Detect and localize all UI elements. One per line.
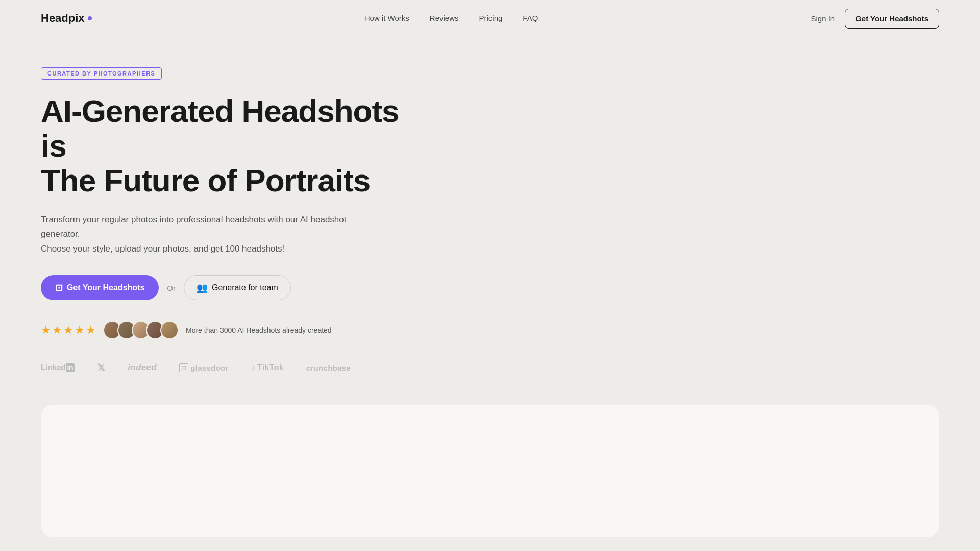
nav-how-it-works[interactable]: How it Works xyxy=(364,14,409,22)
nav-pricing[interactable]: Pricing xyxy=(479,14,502,22)
hero-title: AI-Generated Headshots is The Future of … xyxy=(41,94,419,198)
avatar-5 xyxy=(160,321,179,339)
star-2: ★ xyxy=(52,323,62,337)
logo[interactable]: Headpix xyxy=(41,12,92,25)
get-headshots-button[interactable]: ⊡ Get Your Headshots xyxy=(41,275,159,300)
proof-text: More than 3000 AI Headshots already crea… xyxy=(186,326,332,334)
navbar: Headpix How it Works Reviews Pricing FAQ… xyxy=(0,0,980,37)
hero-subtitle: Transform your regular photos into profe… xyxy=(41,213,357,257)
hero-section: CURATED BY PHOTOGRAPHERS AI-Generated He… xyxy=(0,37,459,394)
social-proof: ★ ★ ★ ★ ★ More than 3000 AI Headshots al… xyxy=(41,321,419,339)
cta-or-label: Or xyxy=(167,284,176,292)
nav-right: Sign In Get Your Headshots xyxy=(811,9,939,29)
avatar-group xyxy=(103,321,179,339)
hero-badge: CURATED BY PHOTOGRAPHERS xyxy=(41,67,162,80)
signin-button[interactable]: Sign In xyxy=(811,14,835,23)
generate-for-team-button[interactable]: 👥 Generate for team xyxy=(184,275,291,300)
twitter-logo: 𝕏 xyxy=(97,362,105,374)
star-5: ★ xyxy=(86,323,96,337)
cta-row: ⊡ Get Your Headshots Or 👥 Generate for t… xyxy=(41,275,419,300)
nav-links: How it Works Reviews Pricing FAQ xyxy=(364,14,538,23)
star-rating: ★ ★ ★ ★ ★ xyxy=(41,323,96,337)
nav-get-headshots-button[interactable]: Get Your Headshots xyxy=(845,9,939,29)
linkedin-logo: Linkedin xyxy=(41,363,75,372)
star-1: ★ xyxy=(41,323,51,337)
logo-dot xyxy=(88,16,92,20)
tiktok-logo: ♪ TikTok xyxy=(251,363,284,372)
crunchbase-logo: crunchbase xyxy=(306,364,351,372)
nav-faq[interactable]: FAQ xyxy=(523,14,538,22)
bottom-card xyxy=(41,405,939,537)
team-icon: 👥 xyxy=(197,282,208,293)
brand-logos: Linkedin 𝕏 indeed ◻ glassdoor ♪ TikTok c… xyxy=(41,362,419,374)
indeed-logo: indeed xyxy=(128,363,157,373)
glassdoor-logo: ◻ glassdoor xyxy=(179,363,229,372)
camera-icon: ⊡ xyxy=(55,282,63,293)
star-3: ★ xyxy=(63,323,74,337)
nav-reviews[interactable]: Reviews xyxy=(430,14,459,22)
star-4: ★ xyxy=(75,323,85,337)
